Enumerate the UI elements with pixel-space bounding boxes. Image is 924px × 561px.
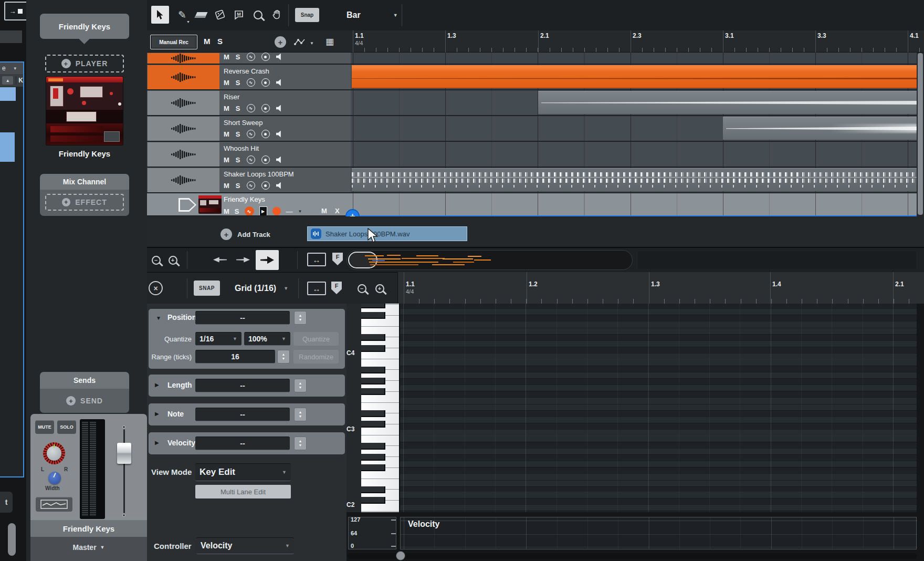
velocity-lane[interactable]: Velocity (400, 517, 917, 549)
dragged-file-chip[interactable]: Shaker Loops 100BPM.wav (307, 226, 467, 241)
add-effect-button[interactable]: + EFFECT (45, 194, 124, 211)
folder-up-button[interactable]: ▲ (2, 76, 13, 85)
automation-active-icon[interactable]: ∿ (245, 206, 254, 216)
side-tab[interactable]: t (0, 492, 13, 513)
browser-selected-block[interactable] (0, 132, 15, 162)
quantize-strength-dropdown[interactable]: 100%▼ (244, 332, 290, 346)
record-arm-icon[interactable] (261, 130, 270, 138)
browser-selected-item[interactable] (0, 87, 16, 101)
track-right-mute-button[interactable]: M (321, 207, 327, 215)
browser-header-dropdown[interactable]: e ▼ (0, 63, 23, 74)
chevron-down-icon[interactable]: ▼ (298, 209, 302, 214)
zoom-in-button[interactable]: + (167, 254, 178, 266)
track-mute-button[interactable]: M (224, 130, 229, 138)
automation-toggle-icon[interactable]: ∿ (247, 155, 255, 164)
note-field[interactable]: -- (195, 408, 290, 421)
black-key[interactable] (361, 410, 385, 417)
track-mute-button[interactable]: M (224, 182, 229, 190)
global-mute-button[interactable]: M (204, 37, 211, 46)
track-mute-button[interactable]: M (224, 156, 229, 164)
volume-fader-cap[interactable] (117, 443, 131, 464)
black-key[interactable] (361, 486, 385, 493)
speaker-icon[interactable] (276, 131, 284, 138)
range-stepper[interactable]: ▲▼ (277, 350, 290, 363)
fader-track[interactable] (123, 429, 125, 513)
record-armed-icon[interactable] (272, 207, 281, 215)
automation-toggle-icon[interactable]: ∿ (247, 181, 255, 190)
automation-toggle-icon[interactable]: ∿ (247, 104, 255, 112)
track-solo-button[interactable]: S (236, 156, 240, 164)
audio-clip-reverse-crash[interactable] (352, 65, 917, 88)
horizontal-scrollbar[interactable] (348, 553, 917, 559)
black-key[interactable] (361, 464, 385, 471)
zoom-out-button[interactable]: – (150, 254, 162, 266)
add-track-button[interactable]: + Add Track (220, 228, 270, 241)
solo-button[interactable]: SOLO (57, 420, 76, 434)
instrument-thumbnail[interactable] (46, 77, 123, 145)
audio-clip-riser[interactable] (538, 91, 917, 114)
randomize-button[interactable]: Randomize (293, 350, 339, 363)
black-key[interactable] (361, 454, 385, 461)
fit-horizontal-button[interactable]: ↔ (307, 253, 326, 266)
track-lane-Short Sweep[interactable] (351, 116, 917, 142)
track-header-Reverse Crash[interactable]: Reverse CrashMS∿ (147, 65, 351, 90)
hand-tool-button[interactable] (268, 6, 286, 24)
speaker-icon[interactable] (276, 157, 284, 163)
position-field[interactable]: -- (195, 311, 290, 325)
speaker-icon[interactable] (276, 105, 284, 112)
automation-toggle-icon[interactable]: ∿ (247, 78, 255, 87)
speaker-icon[interactable] (276, 54, 284, 60)
grid-mode-dropdown[interactable]: Grid (1/16) ▼ (235, 282, 288, 295)
track-solo-button[interactable]: S (236, 182, 240, 190)
speaker-icon[interactable] (276, 182, 284, 189)
black-key[interactable] (361, 312, 385, 319)
note-stepper[interactable]: ▲▼ (294, 408, 307, 421)
record-arm-icon[interactable] (261, 104, 270, 112)
track-header-partial[interactable]: MS∿ (147, 53, 351, 65)
mix-channel-tab[interactable]: Mix Channel (40, 174, 129, 190)
track-lane-Riser[interactable] (351, 90, 917, 116)
velocity-stepper[interactable]: ▲▼ (294, 437, 307, 450)
quantize-apply-button[interactable]: Quantize (293, 332, 339, 346)
track-mute-button[interactable]: M (224, 79, 229, 87)
black-key[interactable] (361, 334, 385, 341)
note-grid[interactable] (400, 304, 917, 512)
automation-toggle-icon[interactable]: ∿ (247, 53, 255, 61)
global-solo-button[interactable]: S (217, 37, 223, 46)
instrument-arrow-icon[interactable] (178, 198, 196, 212)
add-send-button[interactable]: + SEND (40, 389, 129, 413)
arrange-vscrollbar-thumb[interactable] (918, 53, 923, 215)
vertical-scrollbar-pill[interactable] (8, 523, 16, 556)
chevron-down-icon[interactable]: ▼ (310, 41, 314, 46)
black-key[interactable] (361, 378, 385, 385)
track-mute-button[interactable]: M (224, 105, 229, 112)
pan-knob[interactable] (43, 442, 65, 464)
range-field[interactable]: 16 (195, 350, 275, 363)
record-arm-icon[interactable] (261, 78, 270, 87)
collapse-triangle-icon[interactable]: ▼ (156, 315, 161, 321)
track-solo-button[interactable]: S (235, 207, 239, 215)
timebase-dropdown[interactable]: Bar ▼ (346, 7, 398, 23)
manual-rec-button[interactable]: Manual Rec (150, 35, 197, 49)
monitor-icon[interactable]: ▶ (259, 206, 267, 216)
audio-clip-short-sweep[interactable] (723, 117, 917, 140)
track-solo-button[interactable]: S (236, 130, 240, 138)
editor-snap-button[interactable]: SNAP (194, 280, 220, 296)
editor-zoom-in-button[interactable]: + (374, 283, 385, 294)
editor-fit-horizontal-button[interactable]: ↔ (307, 282, 326, 295)
view-mode-dropdown[interactable]: Key Edit▼ (195, 463, 291, 481)
controller-dropdown[interactable]: Velocity▼ (196, 537, 294, 554)
automation-toggle-icon[interactable]: ∿ (247, 130, 255, 138)
black-key[interactable] (361, 421, 385, 428)
velocity-field[interactable]: -- (195, 437, 290, 450)
position-stepper[interactable]: ▲▼ (294, 311, 307, 325)
sends-tab[interactable]: Sends (40, 372, 129, 389)
piano-keyboard[interactable] (361, 304, 399, 512)
expand-triangle-icon[interactable]: ▶ (155, 382, 159, 388)
editor-ruler[interactable]: 1.14/41.21.31.42.1 (397, 272, 924, 304)
track-lane-Reverse Crash[interactable] (351, 65, 917, 90)
track-size-button-active[interactable] (256, 250, 279, 270)
output-selector[interactable]: Master ▼ (30, 541, 147, 554)
black-key[interactable] (361, 367, 385, 373)
mute-button[interactable]: MUTE (35, 420, 54, 434)
